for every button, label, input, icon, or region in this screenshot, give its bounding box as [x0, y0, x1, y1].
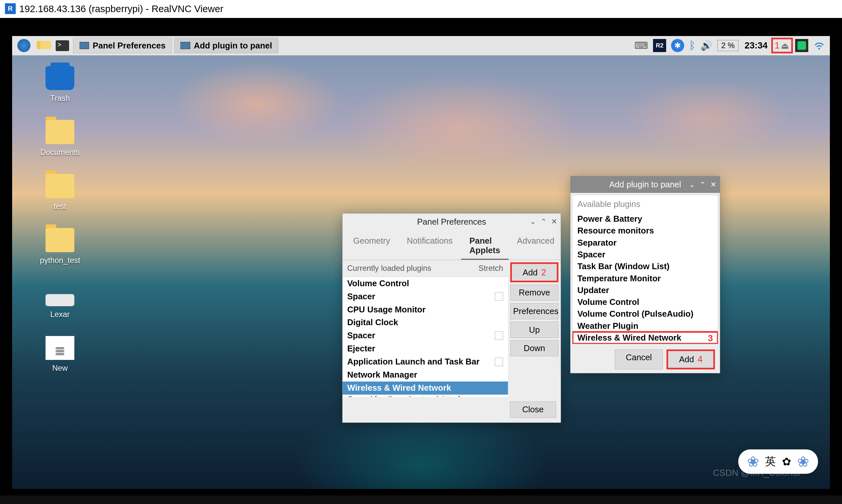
- add-button[interactable]: Add2: [510, 262, 558, 282]
- up-button[interactable]: Up: [510, 322, 558, 338]
- file-manager-icon[interactable]: [35, 38, 51, 53]
- file-icon: [46, 336, 74, 360]
- dialog-title: Add plugin to panel: [609, 180, 681, 189]
- down-button[interactable]: Down: [510, 340, 558, 356]
- vnc-title: 192.168.43.136 (raspberrypi) - RealVNC V…: [19, 3, 223, 14]
- available-plugin-item[interactable]: Volume Control: [572, 296, 718, 308]
- available-plugin-item[interactable]: Weather Plugin: [572, 320, 718, 332]
- minimize-icon[interactable]: ⌄: [689, 180, 695, 189]
- plugin-row[interactable]: Network Manager: [343, 368, 508, 381]
- tabs: Geometry Notifications Panel Applets Adv…: [343, 230, 561, 260]
- realvnc-icon: R: [5, 3, 16, 14]
- flower-icon: ❀: [797, 453, 809, 470]
- available-plugin-item[interactable]: Resource monitors: [572, 225, 718, 237]
- terminal-icon[interactable]: [54, 38, 71, 53]
- plugin-row[interactable]: Digital Clock: [343, 316, 508, 329]
- plugin-list[interactable]: Volume ControlSpacerCPU Usage MonitorDig…: [343, 277, 508, 397]
- remote-desktop[interactable]: Panel Preferences Add plugin to panel R2…: [12, 36, 830, 489]
- annotation-box-1: 1: [771, 38, 793, 53]
- tab-notifications[interactable]: Notifications: [398, 233, 461, 260]
- web-browser-icon[interactable]: [16, 38, 32, 53]
- pycharm-icon[interactable]: [795, 39, 808, 52]
- plugin-row[interactable]: Volume Control: [343, 277, 508, 290]
- folder-icon: [46, 174, 74, 198]
- dialog-title: Panel Preferences: [417, 217, 486, 227]
- tab-panel-applets[interactable]: Panel Applets: [461, 233, 508, 260]
- vnc-body: Panel Preferences Add plugin to panel R2…: [0, 18, 842, 504]
- available-plugin-item[interactable]: Wireless & Wired Network3: [572, 332, 718, 344]
- clock[interactable]: 23:34: [745, 40, 768, 51]
- flower-icon: ❀: [747, 453, 759, 470]
- taskbar-button-add-plugin[interactable]: Add plugin to panel: [174, 38, 279, 53]
- svg-point-0: [819, 48, 820, 50]
- desktop-icon-documents[interactable]: Documents: [30, 120, 90, 157]
- trash-icon: [46, 66, 74, 90]
- stretch-checkbox[interactable]: [495, 331, 503, 340]
- host-taskbar: [0, 496, 842, 504]
- available-plugin-item[interactable]: Separator: [572, 237, 718, 249]
- stretch-checkbox[interactable]: [495, 292, 503, 301]
- plugin-description: Control for dhcpcd network interface: [343, 395, 508, 397]
- tab-geometry[interactable]: Geometry: [345, 233, 398, 260]
- close-icon[interactable]: ✕: [551, 217, 557, 226]
- close-icon[interactable]: ✕: [710, 180, 716, 189]
- folder-icon: [46, 228, 74, 252]
- maximize-icon[interactable]: ⌃: [700, 180, 705, 189]
- dialog-titlebar[interactable]: Panel Preferences ⌄ ⌃ ✕: [343, 214, 561, 230]
- tab-advanced[interactable]: Advanced: [508, 233, 563, 260]
- plugin-row[interactable]: Application Launch and Task Bar: [343, 355, 508, 368]
- add-plugin-dialog: Add plugin to panel ⌄ ⌃ ✕ Available plug…: [570, 176, 720, 373]
- folder-icon: [46, 120, 74, 144]
- ejecter-icon[interactable]: [781, 40, 789, 51]
- add-button[interactable]: Add4: [666, 349, 715, 369]
- available-plugin-item[interactable]: Power & Battery: [572, 213, 718, 224]
- available-plugin-item[interactable]: Spacer: [572, 249, 718, 260]
- available-plugin-item[interactable]: Volume Control (PulseAudio): [572, 308, 718, 320]
- minimize-icon[interactable]: ⌄: [530, 217, 536, 226]
- cancel-button[interactable]: Cancel: [615, 349, 663, 369]
- plugin-row[interactable]: CPU Usage Monitor: [343, 303, 508, 316]
- vnc-server-icon[interactable]: R2: [653, 39, 666, 52]
- list-header: Available plugins: [572, 195, 718, 213]
- taskbar: Panel Preferences Add plugin to panel R2…: [12, 36, 830, 55]
- desktop-icon-trash[interactable]: Trash: [30, 66, 90, 103]
- vnc-titlebar: R 192.168.43.136 (raspberrypi) - RealVNC…: [0, 0, 842, 18]
- desktop-icon-new[interactable]: New: [30, 336, 90, 373]
- taskbar-button-panel-preferences[interactable]: Panel Preferences: [73, 38, 172, 53]
- close-button[interactable]: Close: [510, 401, 556, 417]
- panel-preferences-dialog: Panel Preferences ⌄ ⌃ ✕ Geometry Notific…: [342, 213, 561, 423]
- plugin-row[interactable]: Spacer: [343, 329, 508, 342]
- volume-icon[interactable]: [700, 40, 713, 51]
- plugin-row[interactable]: Spacer: [343, 290, 508, 303]
- drive-icon: [46, 294, 74, 306]
- cpu-usage[interactable]: 2 %: [717, 40, 738, 51]
- dialog-titlebar[interactable]: Add plugin to panel ⌄ ⌃ ✕: [571, 176, 720, 193]
- stretch-checkbox[interactable]: [495, 358, 503, 366]
- wifi-icon[interactable]: [813, 41, 825, 50]
- remove-button[interactable]: Remove: [510, 285, 558, 301]
- preferences-button[interactable]: Preferences: [510, 303, 558, 319]
- desktop-icon-python-test[interactable]: python_test: [30, 228, 90, 265]
- keyboard-icon[interactable]: [634, 40, 648, 51]
- available-plugin-item[interactable]: Task Bar (Window List): [572, 261, 718, 272]
- maximize-icon[interactable]: ⌃: [541, 217, 547, 226]
- bluetooth-icon[interactable]: ᛒ: [689, 39, 696, 52]
- available-plugin-item[interactable]: Temperature Monitor: [572, 272, 718, 284]
- bluetooth-badge-icon[interactable]: ✱: [671, 39, 684, 52]
- desktop-icon-lexar[interactable]: Lexar: [30, 282, 90, 319]
- list-header: Currently loaded plugins Stretch: [343, 260, 508, 277]
- available-plugins-list[interactable]: Available plugins Power & BatteryResourc…: [572, 195, 718, 344]
- plugin-row[interactable]: Ejecter: [343, 342, 508, 355]
- settings-icon: ✿: [782, 455, 791, 468]
- available-plugin-item[interactable]: Updater: [572, 284, 718, 296]
- desktop-icon-test[interactable]: test: [30, 174, 90, 211]
- ime-indicator[interactable]: ❀ 英 ✿ ❀: [738, 449, 818, 474]
- plugin-row[interactable]: Wireless & Wired Network: [343, 381, 508, 395]
